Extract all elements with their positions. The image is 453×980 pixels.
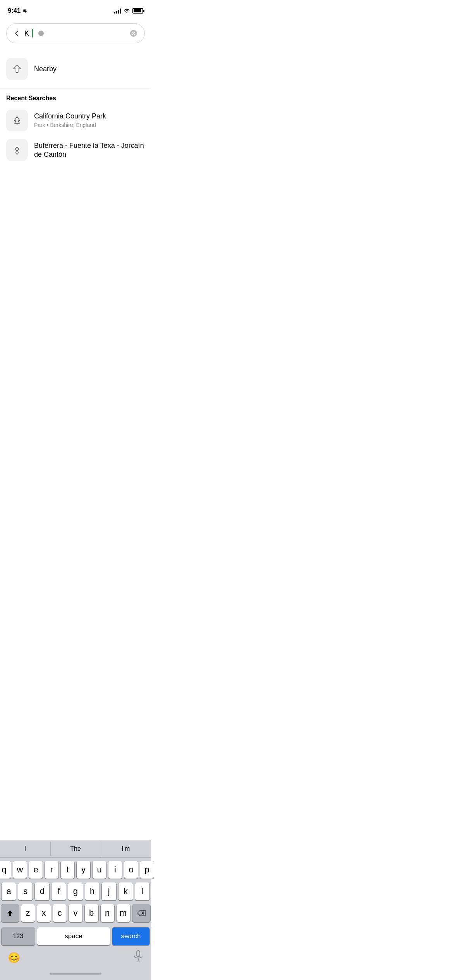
search-bar-container: K — [0, 19, 151, 50]
park-item-subtitle: Park • Berkshire, England — [34, 122, 106, 128]
status-bar: 9:41 — [0, 0, 151, 19]
route-icon-box — [6, 139, 28, 161]
nearby-label: Nearby — [34, 65, 57, 73]
clear-button[interactable] — [129, 29, 138, 38]
location-icon — [22, 9, 27, 13]
pin-icon — [12, 145, 22, 155]
back-button[interactable] — [13, 29, 21, 37]
park-icon-box — [6, 110, 28, 131]
wifi-icon — [124, 9, 130, 13]
tree-icon — [12, 115, 22, 125]
list-item[interactable]: California Country Park Park • Berkshire… — [6, 106, 145, 135]
search-bar[interactable]: K — [6, 23, 145, 43]
status-icons — [114, 8, 143, 14]
mic-dot — [38, 31, 44, 36]
nearby-section: Nearby — [0, 50, 151, 88]
search-input[interactable]: K — [24, 29, 125, 38]
signal-bars-icon — [114, 8, 121, 14]
text-cursor — [32, 29, 33, 38]
list-item[interactable]: Buferrera - Fuente la Texa - Jorcaín de … — [6, 135, 145, 164]
navigation-icon — [12, 64, 22, 74]
recent-searches-title: Recent Searches — [6, 95, 145, 102]
status-time: 9:41 — [8, 7, 27, 15]
route-item-name: Buferrera - Fuente la Texa - Jorcaín de … — [34, 141, 145, 159]
nearby-icon-box — [6, 58, 28, 80]
park-item-name: California Country Park — [34, 112, 106, 121]
nearby-item[interactable]: Nearby — [6, 54, 145, 84]
battery-icon — [132, 8, 143, 14]
park-item-text: California Country Park Park • Berkshire… — [34, 110, 106, 128]
svg-point-2 — [15, 147, 19, 151]
route-item-text: Buferrera - Fuente la Texa - Jorcaín de … — [34, 139, 145, 159]
recent-searches-section: Recent Searches California Country Park … — [0, 89, 151, 168]
search-text: K — [24, 29, 29, 38]
